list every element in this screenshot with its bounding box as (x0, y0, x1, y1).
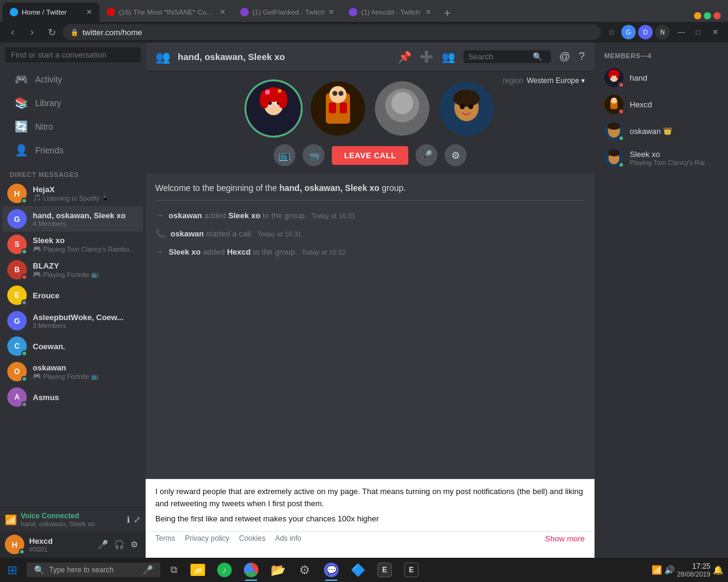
dm-header-label: DIRECT MESSAGES (0, 165, 146, 181)
member-status-dot-hexcd (618, 109, 624, 115)
svg-point-31 (616, 71, 619, 78)
minimize-button[interactable] (694, 12, 701, 19)
refresh-button[interactable]: ↻ (44, 24, 59, 40)
show-more-button[interactable]: Show more (545, 534, 585, 543)
sidebar-item-activity[interactable]: 🎮 Activity (5, 68, 141, 91)
member-item-sleekxo[interactable]: Sleek xo Playing Tom Clancy's Rainbow Si… (599, 144, 723, 171)
dm-item-asleepbutwoke[interactable]: G AsleepbutWoke, Coew... 3 Members (2, 308, 143, 333)
twitter-ads-link[interactable]: Ads info (275, 534, 301, 543)
taskbar-app-epic1[interactable]: E (371, 558, 398, 582)
sidebar-item-nitro[interactable]: 🔄 Nitro (5, 115, 141, 138)
taskbar-app-chrome[interactable] (238, 558, 265, 582)
nav-bar: ‹ › ↻ 🔒 twitter.com/home ☆ G D N — □ ✕ (0, 22, 728, 42)
close-tab-youtube-icon[interactable]: ✕ (220, 8, 226, 16)
leave-call-button[interactable]: LEAVE CALL (332, 146, 408, 165)
win-maximize-button[interactable]: □ (690, 25, 706, 39)
clock[interactable]: 17:25 28/08/2019 (677, 562, 710, 578)
video-button[interactable]: 📹 (303, 144, 325, 166)
win-minimize-button[interactable]: — (673, 25, 689, 39)
dm-item-group1[interactable]: G hand, oskawan, Sleek xo 4 Members (2, 206, 143, 232)
new-tab-button[interactable]: + (439, 5, 456, 22)
voice-expand-icon[interactable]: ⤢ (133, 515, 141, 524)
dm-item-oskawan[interactable]: O oskawan 🎮 Playing Fortnite 📺 (2, 359, 143, 384)
taskbar-app-file-explorer[interactable]: 📁 (184, 558, 211, 582)
extension-btn[interactable]: D (638, 25, 653, 39)
taskbar-app-discord[interactable]: 💬 (318, 558, 345, 582)
search-input[interactable] (468, 52, 529, 61)
header-search-box[interactable]: 🔍 (463, 50, 551, 63)
dm-item-blazy[interactable]: B BLAZY 🎮 Playing Fortnite 📺 (2, 257, 143, 283)
taskbar-app-settings[interactable]: ⚙ (291, 558, 318, 582)
add-friend-icon[interactable]: ➕ (420, 50, 433, 64)
tab-youtube[interactable]: (16) The Most *INSANE* Custom... ✕ (99, 2, 233, 22)
taskbar-app-spotify[interactable]: ♪ (211, 558, 238, 582)
arrow-right-icon-1: → (155, 210, 164, 220)
twitter-terms-link[interactable]: Terms (155, 534, 175, 543)
tab-bar: Home / Twitter ✕ (16) The Most *INSANE* … (0, 0, 728, 22)
close-tab-twitch1-icon[interactable]: ✕ (328, 8, 334, 16)
member-item-hand[interactable]: hand (599, 64, 723, 91)
task-view-button[interactable]: ⧉ (163, 558, 184, 582)
address-bar[interactable]: 🔒 twitter.com/home (63, 24, 601, 40)
tab-twitch2[interactable]: (1) hexcdd - Twitch ✕ (342, 2, 439, 22)
dm-item-sleekxo[interactable]: S Sleek xo 🎮 Playing Tom Clancy's Rainbo… (2, 232, 143, 257)
user-panel-name: Hexcd (29, 537, 90, 546)
extension-btn2[interactable]: N (655, 25, 670, 39)
monitor-icon-oskawan: 📺 (91, 373, 98, 380)
wifi-icon[interactable]: 📶 (652, 565, 662, 575)
dm-item-asmus[interactable]: A Asmus (2, 384, 143, 410)
twitch1-tab-icon (240, 8, 249, 16)
headset-icon[interactable]: 🎧 (112, 537, 127, 552)
svg-point-9 (278, 90, 288, 109)
sidebar-item-friends[interactable]: 👤 Friends (5, 139, 141, 162)
screen-share-button[interactable]: 📺 (274, 144, 295, 166)
voice-search-icon[interactable]: 🎤 (143, 565, 153, 575)
taskbar-app-epic2[interactable]: E (398, 558, 425, 582)
taskbar-search-box[interactable]: 🔍 Type here to search 🎤 (27, 563, 160, 577)
voice-connected-channel: hand, oskawan, Sleek xo (21, 520, 95, 527)
tab-twitch1[interactable]: (1) GetFlanked - Twitch ✕ (233, 2, 342, 22)
member-item-oskawan[interactable]: oskawan 👑 (599, 118, 723, 144)
dm-name-coewan: Coewan. (33, 342, 138, 351)
forward-button[interactable]: › (24, 24, 40, 40)
bookmark-button[interactable]: ☆ (604, 25, 619, 39)
back-button[interactable]: ‹ (5, 24, 21, 40)
volume-icon[interactable]: 🔊 (664, 565, 675, 575)
pin-icon[interactable]: 📌 (398, 50, 411, 64)
dm-item-erouce[interactable]: E Erouce (2, 283, 143, 308)
voice-settings-button[interactable]: ⚙ (445, 144, 467, 166)
voice-info-icon[interactable]: ℹ (127, 515, 130, 524)
dm-avatar-asmus: A (7, 387, 27, 407)
at-icon[interactable]: @ (559, 50, 570, 63)
nitro-icon: 🔄 (15, 120, 28, 133)
mic-icon[interactable]: 🎤 (95, 537, 110, 552)
dm-search-box[interactable]: Find or start a conversation (5, 47, 141, 62)
sidebar-item-library[interactable]: 📚 Library (5, 92, 141, 115)
twitter-cookies-link[interactable]: Cookies (239, 534, 265, 543)
taskbar-app-folder[interactable]: 📂 (265, 558, 291, 582)
region-selector[interactable]: region Western Europe ▾ (503, 76, 585, 85)
help-icon[interactable]: ? (579, 50, 585, 63)
member-name-hand: hand (630, 73, 647, 82)
user-settings-icon[interactable]: ⚙ (128, 537, 141, 552)
mute-button[interactable]: 🎤 (416, 144, 437, 166)
close-tab-twitter-icon[interactable]: ✕ (86, 8, 92, 16)
dm-item-coewan[interactable]: C Coewan. (2, 333, 143, 359)
dm-info-asleepbutwoke: AsleepbutWoke, Coew... 3 Members (33, 313, 138, 329)
members-list-icon[interactable]: 👥 (442, 50, 455, 64)
tab-twitter[interactable]: Home / Twitter ✕ (2, 2, 99, 22)
twitter-privacy-link[interactable]: Privacy policy (185, 534, 229, 543)
start-button[interactable]: ⊞ (0, 558, 24, 582)
crown-icon: 👑 (663, 127, 672, 135)
dm-item-hejax[interactable]: H HejaX 🎵 Listening to Spotify 📱 (2, 181, 143, 206)
close-tab-twitch2-icon[interactable]: ✕ (425, 8, 431, 16)
profile-avatar[interactable]: G (621, 25, 636, 39)
maximize-button[interactable] (704, 12, 711, 19)
taskbar-app-blender[interactable]: 🔷 (345, 558, 371, 582)
win-close-button[interactable]: ✕ (707, 25, 723, 39)
sys-time-1: Today at 16:31 (311, 212, 355, 219)
notification-icon[interactable]: 🔔 (713, 565, 723, 575)
close-browser-button[interactable] (713, 12, 721, 19)
member-item-hexcd[interactable]: Hexcd (599, 91, 723, 118)
dm-name-asleepbutwoke: AsleepbutWoke, Coew... (33, 313, 138, 322)
